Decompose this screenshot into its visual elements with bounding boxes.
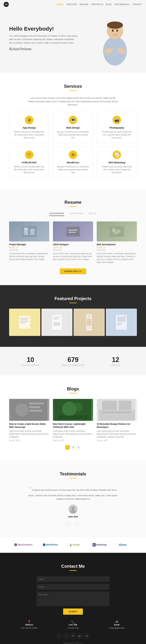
project-image-3 bbox=[82, 313, 96, 332]
nav-blog[interactable]: Blog bbox=[106, 4, 112, 6]
contact-name-input[interactable] bbox=[37, 576, 109, 582]
testimonial-avatar bbox=[68, 504, 78, 514]
svg-rect-53 bbox=[58, 415, 88, 419]
avatar-image bbox=[68, 504, 78, 514]
hero-text: Hello Everybody! I'm a UI/UX Designer, F… bbox=[9, 26, 78, 51]
nav-contact[interactable]: Contact bbox=[132, 4, 142, 6]
testimonial-quote-mark: " bbox=[29, 486, 31, 492]
project-image-2 bbox=[50, 313, 64, 332]
blog-title-0[interactable]: How to Create a Split-Screen Slider With… bbox=[9, 422, 49, 429]
svg-rect-49 bbox=[29, 410, 42, 412]
testimonials-divider bbox=[69, 478, 77, 478]
nav-testimonials[interactable]: Testimonials bbox=[114, 4, 130, 6]
blog-image-1 bbox=[53, 399, 93, 421]
email-icon: ✉ bbox=[116, 620, 118, 624]
stat-number-2: 12 bbox=[94, 356, 137, 364]
phone-details: (+1) 987-4110 bbox=[53, 627, 93, 630]
nav-portfolio[interactable]: Portfolio bbox=[91, 4, 103, 6]
blog-pagination: 1 2 3 bbox=[9, 445, 137, 450]
tab-education[interactable]: Education bbox=[70, 212, 83, 216]
nav-services[interactable]: Services bbox=[66, 4, 77, 6]
blog-image-0 bbox=[9, 399, 49, 421]
service-web-title: Web Design bbox=[57, 126, 89, 129]
hero-signature: Richard Perfume bbox=[9, 47, 78, 51]
resume-section: Resume Experience Education Skills Proje… bbox=[0, 189, 146, 285]
testimonial-name: John Doe bbox=[9, 516, 137, 518]
resume-card-desc-1: Lorem iustum amet, consectetuer adipisci… bbox=[53, 252, 93, 261]
project-card-2[interactable] bbox=[41, 308, 73, 336]
nav-resume[interactable]: Resume bbox=[80, 4, 89, 6]
service-photo-desc: Praesent quis arcu porta, adipis cing el… bbox=[101, 130, 133, 139]
address-icon: 📍 bbox=[27, 620, 31, 624]
tab-skills[interactable]: Skills bbox=[88, 212, 96, 216]
services-title: Services bbox=[9, 84, 137, 91]
seo-icon: 📈 bbox=[113, 150, 121, 159]
brand-wordpress: WordPress bbox=[43, 543, 59, 547]
service-seo: 📈 SEO Marketing Praesent quis arcu porta… bbox=[97, 147, 137, 178]
service-app-desc: Mollis in neculis nisl vitae adipis cing… bbox=[13, 130, 45, 139]
page-btn-2[interactable]: 2 bbox=[71, 445, 75, 450]
hero-heading: Hello Everybody! bbox=[9, 26, 78, 32]
svg-point-60 bbox=[71, 506, 75, 510]
resume-card-date-2: 2013-2014 bbox=[97, 249, 137, 251]
tab-experience[interactable]: Experience bbox=[49, 212, 64, 216]
brand-woocommerce: WooCommerce bbox=[14, 543, 33, 547]
blog-thumb-0 bbox=[9, 399, 49, 421]
woocommerce-logo: WooCommerce bbox=[14, 543, 33, 547]
services-divider bbox=[69, 90, 77, 91]
page-btn-3[interactable]: 3 bbox=[76, 445, 81, 450]
social-twitter[interactable]: t bbox=[64, 633, 69, 638]
social-linkedin[interactable]: in bbox=[70, 633, 76, 638]
svg-rect-35 bbox=[87, 317, 90, 317]
svg-rect-26 bbox=[20, 323, 26, 323]
resume-card-desc-2: Lorem iustum amet, consectetuer adipisci… bbox=[97, 252, 137, 264]
nav-logo[interactable]: Ori bbox=[4, 2, 9, 7]
blog-title-2[interactable]: 10 Remedial Design Pointers for Develope… bbox=[97, 422, 137, 429]
stat-1: 679 Project Completed bbox=[52, 356, 94, 366]
svg-point-20 bbox=[114, 232, 117, 235]
brand-envato: envato bbox=[69, 543, 82, 547]
page-btn-1[interactable]: 1 bbox=[65, 445, 70, 450]
contact-message-input[interactable] bbox=[37, 592, 109, 606]
svg-point-52 bbox=[74, 402, 83, 412]
contact-email-input[interactable] bbox=[37, 584, 109, 590]
service-app-title: App Design bbox=[13, 126, 45, 129]
testimonial-prev[interactable]: ‹ bbox=[66, 521, 71, 526]
social-facebook[interactable]: f bbox=[57, 633, 62, 638]
contact-info: 📍 Address New York NY 10016 📞 Lets Talk … bbox=[9, 620, 137, 630]
resume-tabs: Experience Education Skills bbox=[9, 212, 137, 216]
phone-label: Lets Talk bbox=[53, 624, 93, 626]
projects-divider bbox=[69, 302, 77, 303]
resume-illustration-2 bbox=[109, 226, 124, 237]
resume-card-company-2: Envato Ltd. bbox=[97, 246, 137, 248]
project-card-4[interactable] bbox=[106, 308, 137, 336]
contact-divider bbox=[69, 570, 77, 571]
svg-point-62 bbox=[14, 543, 17, 546]
contact-submit-button[interactable]: SUBMIT bbox=[63, 608, 83, 615]
resume-img-2 bbox=[97, 222, 137, 242]
social-googleplus[interactable]: g+ bbox=[77, 633, 82, 638]
contact-title: Contact Me bbox=[9, 564, 137, 571]
resume-card-title-0: Project Manager bbox=[9, 243, 49, 246]
svg-rect-15 bbox=[68, 230, 78, 231]
email-label: Email bbox=[97, 624, 137, 626]
testimonial-next[interactable]: › bbox=[75, 521, 80, 526]
resume-cards: Project Manager Envato Ltd. 2015-2016 Lo… bbox=[9, 222, 137, 264]
blog-title-1[interactable]: New Short Course: Lightweight CSS/tools … bbox=[53, 422, 93, 429]
download-cv-button[interactable]: DOWNLOAD CV bbox=[60, 268, 86, 274]
project-image-1 bbox=[17, 313, 32, 332]
stat-2: 12 Awards bbox=[94, 356, 137, 366]
project-card-3[interactable] bbox=[74, 308, 105, 336]
services-grid: 🖥 App Design Mollis in neculis nisl vita… bbox=[9, 112, 137, 178]
jquery-logo: jQuery bbox=[119, 543, 132, 547]
svg-rect-30 bbox=[54, 319, 58, 319]
blog-desc-0: Lorem ipsum dolor sit amet, consectetur … bbox=[9, 430, 49, 438]
project-card-1[interactable] bbox=[9, 308, 40, 336]
brands-section: WooCommerce WordPress envato B Bootstrap… bbox=[0, 537, 146, 553]
nav-about[interactable]: About bbox=[57, 4, 64, 6]
svg-rect-25 bbox=[20, 321, 28, 322]
social-youtube[interactable]: yt bbox=[84, 633, 89, 638]
svg-point-19 bbox=[117, 230, 120, 233]
svg-text:envato: envato bbox=[73, 544, 80, 546]
svg-point-4 bbox=[116, 30, 118, 32]
